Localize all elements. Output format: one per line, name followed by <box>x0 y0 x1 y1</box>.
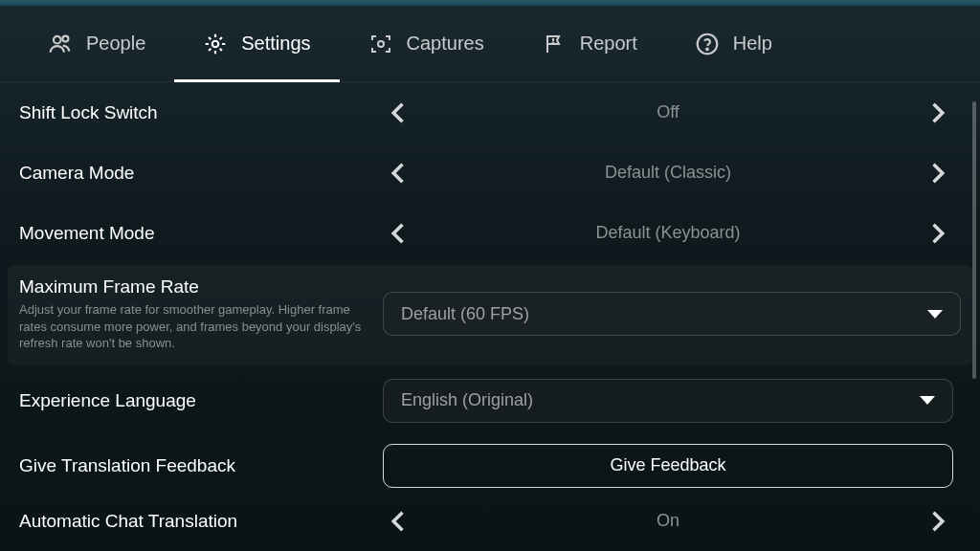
give-feedback-button[interactable]: Give Feedback <box>383 444 953 488</box>
tab-report[interactable]: Report <box>513 6 666 81</box>
camera-mode-stepper: Default (Classic) <box>383 157 953 189</box>
chevron-left-icon[interactable] <box>383 157 415 189</box>
setting-description: Adjust your frame rate for smoother game… <box>19 301 364 352</box>
tab-label: Captures <box>407 33 484 55</box>
movement-mode-stepper: Default (Keyboard) <box>383 217 953 250</box>
chevron-right-icon[interactable] <box>921 97 953 129</box>
chevron-right-icon[interactable] <box>921 217 953 250</box>
chevron-right-icon[interactable] <box>921 505 953 538</box>
experience-language-dropdown[interactable]: English (Original) <box>383 379 953 423</box>
max-frame-rate-dropdown[interactable]: Default (60 FPS) <box>383 292 961 336</box>
tab-label: Help <box>733 33 772 55</box>
setting-value: Default (Classic) <box>415 163 921 183</box>
setting-value: Off <box>415 102 921 122</box>
svg-point-2 <box>212 40 219 47</box>
tab-label: Settings <box>241 33 310 55</box>
tab-bar: People Settings Captures Report Help <box>0 6 980 82</box>
chevron-down-icon <box>927 310 943 319</box>
tab-people[interactable]: People <box>19 6 174 81</box>
settings-panel: Shift Lock Switch Off Camera Mode <box>0 82 980 551</box>
setting-label: Maximum Frame Rate <box>19 276 383 298</box>
setting-row-camera-mode: Camera Mode Default (Classic) <box>0 143 980 203</box>
setting-label: Movement Mode <box>19 223 383 244</box>
tab-label: Report <box>580 33 637 55</box>
setting-value: Default (Keyboard) <box>415 223 921 243</box>
flag-icon <box>542 32 567 56</box>
setting-row-experience-language: Experience Language English (Original) <box>0 367 980 434</box>
chevron-down-icon <box>920 396 935 405</box>
chevron-right-icon[interactable] <box>921 157 953 189</box>
setting-row-translation-feedback: Give Translation Feedback Give Feedback <box>0 434 980 497</box>
svg-point-3 <box>378 41 384 47</box>
shift-lock-stepper: Off <box>383 97 953 129</box>
help-icon <box>695 32 720 56</box>
setting-row-max-frame-rate: Maximum Frame Rate Adjust your frame rat… <box>8 265 972 365</box>
setting-row-movement-mode: Movement Mode Default (Keyboard) <box>0 203 980 263</box>
setting-label: Camera Mode <box>19 163 383 184</box>
capture-icon <box>368 32 393 56</box>
button-label: Give Feedback <box>610 455 725 475</box>
chevron-left-icon[interactable] <box>383 217 415 250</box>
svg-point-5 <box>552 42 553 43</box>
dropdown-value: Default (60 FPS) <box>401 304 529 324</box>
chevron-left-icon[interactable] <box>383 97 415 129</box>
svg-point-0 <box>54 35 61 43</box>
setting-value: On <box>415 511 921 531</box>
setting-label: Experience Language <box>19 390 383 411</box>
setting-label: Automatic Chat Translation <box>19 511 383 532</box>
setting-row-shift-lock: Shift Lock Switch Off <box>0 82 980 143</box>
scrollbar-thumb[interactable] <box>972 101 976 379</box>
tab-settings[interactable]: Settings <box>174 6 339 81</box>
svg-point-1 <box>62 35 68 41</box>
auto-chat-translation-stepper: On <box>383 505 953 538</box>
chevron-left-icon[interactable] <box>383 505 415 538</box>
tab-label: People <box>86 33 145 55</box>
setting-label: Give Translation Feedback <box>19 455 383 476</box>
people-icon <box>48 32 73 56</box>
gear-icon <box>203 32 228 56</box>
svg-point-7 <box>706 48 708 50</box>
setting-row-auto-chat-translation: Automatic Chat Translation On <box>0 497 980 545</box>
tab-captures[interactable]: Captures <box>340 6 513 81</box>
dropdown-value: English (Original) <box>401 390 533 410</box>
setting-label: Shift Lock Switch <box>19 102 383 123</box>
tab-help[interactable]: Help <box>666 6 801 81</box>
